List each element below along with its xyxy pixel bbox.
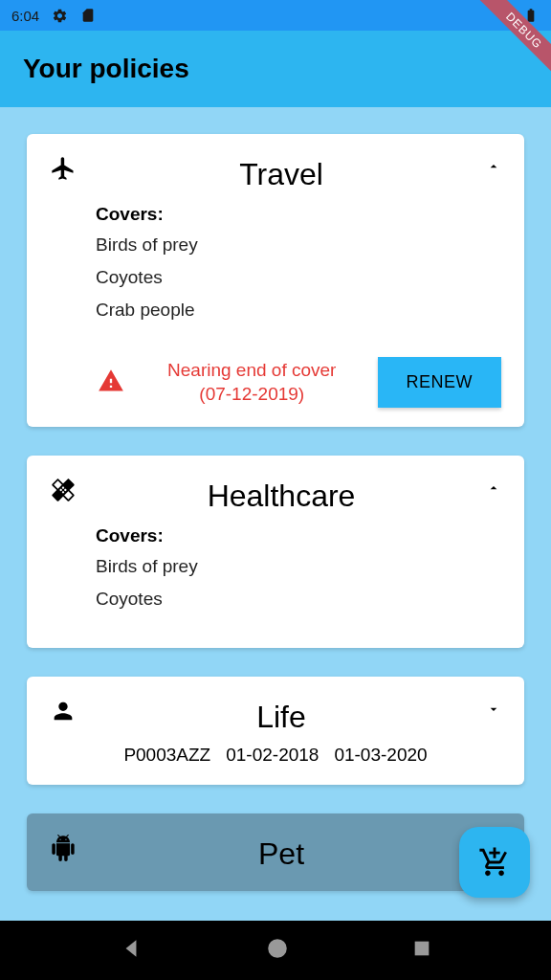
start-date: 01-02-2018 bbox=[226, 745, 319, 766]
recents-button[interactable] bbox=[411, 938, 432, 963]
card-header: Healthcare bbox=[50, 475, 501, 514]
policy-card-life[interactable]: Life P0003AZZ 01-02-2018 01-03-2020 bbox=[27, 677, 524, 785]
chevron-down-icon[interactable] bbox=[486, 702, 501, 721]
status-time: 6:04 bbox=[11, 8, 39, 24]
warning-icon bbox=[96, 368, 126, 398]
cover-item: Birds of prey bbox=[96, 234, 455, 256]
app-bar: Your policies bbox=[0, 31, 551, 107]
card-title: Healthcare bbox=[77, 479, 486, 514]
status-left: 6:04 bbox=[11, 7, 97, 24]
policy-card-travel[interactable]: Travel Covers: Birds of prey Coyotes Cra… bbox=[27, 134, 524, 427]
back-button[interactable] bbox=[119, 936, 143, 965]
life-info: P0003AZZ 01-02-2018 01-03-2020 bbox=[50, 745, 501, 766]
svg-point-0 bbox=[268, 939, 287, 958]
bandage-icon bbox=[50, 477, 77, 503]
cover-item: Coyotes bbox=[96, 589, 455, 610]
person-icon bbox=[50, 698, 77, 724]
cover-item: Birds of prey bbox=[96, 556, 455, 577]
card-title: Travel bbox=[77, 157, 486, 192]
policy-card-pet[interactable]: Pet bbox=[27, 813, 524, 891]
card-title: Life bbox=[77, 700, 486, 735]
svg-rect-1 bbox=[415, 942, 430, 956]
cover-item: Coyotes bbox=[96, 267, 455, 288]
card-header: Travel bbox=[50, 153, 501, 192]
cover-item: Crab people bbox=[96, 300, 455, 321]
policy-card-healthcare[interactable]: Healthcare Covers: Birds of prey Coyotes bbox=[27, 456, 524, 648]
status-bar: 6:04 bbox=[0, 0, 551, 31]
system-nav-bar bbox=[0, 921, 551, 980]
warning-line2: (07-12-2019) bbox=[199, 384, 304, 404]
page-title: Your policies bbox=[23, 54, 189, 84]
card-body: Covers: Birds of prey Coyotes bbox=[50, 514, 501, 629]
card-body: Covers: Birds of prey Coyotes Crab peopl… bbox=[50, 192, 501, 340]
card-header: Life bbox=[50, 696, 501, 735]
add-cart-fab[interactable] bbox=[459, 827, 530, 898]
warning-text: Nearing end of cover (07-12-2019) bbox=[142, 359, 363, 406]
chevron-up-icon[interactable] bbox=[486, 480, 501, 500]
chevron-up-icon[interactable] bbox=[486, 159, 501, 178]
end-date: 01-03-2020 bbox=[334, 745, 427, 766]
warning-line1: Nearing end of cover bbox=[167, 360, 336, 380]
covers-label: Covers: bbox=[96, 204, 455, 225]
card-title: Pet bbox=[77, 836, 486, 872]
warning-row: Nearing end of cover (07-12-2019) RENEW bbox=[96, 357, 501, 408]
covers-label: Covers: bbox=[96, 525, 455, 546]
android-icon bbox=[50, 835, 77, 861]
renew-button[interactable]: RENEW bbox=[378, 357, 502, 408]
policy-number: P0003AZZ bbox=[123, 745, 210, 766]
sd-card-icon bbox=[79, 7, 97, 24]
home-button[interactable] bbox=[265, 936, 290, 965]
gear-icon bbox=[51, 7, 68, 24]
content: Travel Covers: Birds of prey Coyotes Cra… bbox=[0, 107, 551, 918]
airplane-icon bbox=[50, 155, 77, 182]
card-header: Pet bbox=[50, 833, 501, 872]
